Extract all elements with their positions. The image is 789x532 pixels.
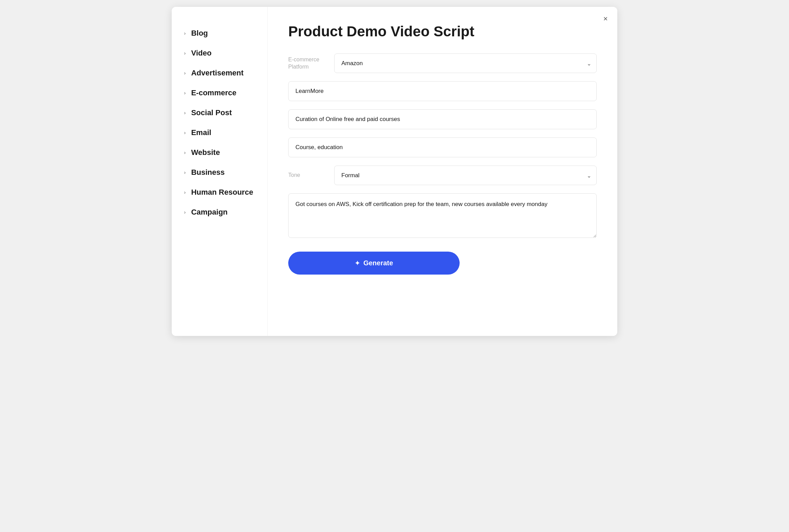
sidebar-item-label: Video [191, 49, 212, 58]
sidebar-item-blog[interactable]: ›Blog [172, 23, 267, 43]
modal-overlay: × ›Blog›Video›Advertisement›E-commerce›S… [0, 0, 789, 532]
sidebar-item-label: Advertisement [191, 69, 244, 77]
sidebar-item-business[interactable]: ›Business [172, 162, 267, 182]
chevron-right-icon: › [184, 70, 186, 76]
sidebar-item-human-resource[interactable]: ›Human Resource [172, 182, 267, 202]
sidebar-item-label: Website [191, 148, 220, 157]
close-button[interactable]: × [603, 15, 608, 23]
sidebar-item-campaign[interactable]: ›Campaign [172, 202, 267, 222]
additional-info-row [288, 193, 597, 238]
sidebar-item-label: Business [191, 168, 225, 177]
chevron-right-icon: › [184, 170, 186, 175]
sidebar-item-label: Human Resource [191, 188, 253, 197]
main-content: Product Demo Video Script E-commerce Pla… [268, 7, 617, 336]
product-description-input[interactable] [288, 109, 597, 129]
chevron-right-icon: › [184, 150, 186, 155]
generate-button-container: ✦ Generate [288, 246, 597, 275]
ecommerce-platform-label: E-commerce Platform [288, 56, 326, 71]
sparkle-icon: ✦ [355, 259, 360, 267]
additional-info-textarea[interactable] [288, 193, 597, 238]
page-title: Product Demo Video Script [288, 23, 597, 40]
tone-row: Tone FormalCasualFriendlyProfessionalPer… [288, 166, 597, 185]
modal: × ›Blog›Video›Advertisement›E-commerce›S… [172, 7, 617, 336]
sidebar-item-ecommerce[interactable]: ›E-commerce [172, 83, 267, 103]
tone-wrapper: FormalCasualFriendlyProfessionalPersuasi… [334, 166, 597, 185]
sidebar-item-advertisement[interactable]: ›Advertisement [172, 63, 267, 83]
generate-button[interactable]: ✦ Generate [288, 252, 460, 275]
keywords-input[interactable] [288, 137, 597, 157]
product-description-row [288, 109, 597, 129]
tone-label: Tone [288, 172, 326, 179]
sidebar-item-label: Email [191, 128, 211, 137]
generate-button-label: Generate [363, 259, 393, 267]
ecommerce-platform-wrapper: AmazonShopifyeBayEtsyWooCommerce ⌄ [334, 53, 597, 73]
chevron-right-icon: › [184, 130, 186, 135]
product-name-row [288, 81, 597, 101]
chevron-right-icon: › [184, 110, 186, 116]
chevron-right-icon: › [184, 50, 186, 56]
chevron-right-icon: › [184, 209, 186, 215]
sidebar-item-website[interactable]: ›Website [172, 143, 267, 162]
chevron-right-icon: › [184, 31, 186, 36]
product-name-input[interactable] [288, 81, 597, 101]
sidebar: ›Blog›Video›Advertisement›E-commerce›Soc… [172, 7, 268, 336]
ecommerce-platform-select[interactable]: AmazonShopifyeBayEtsyWooCommerce [334, 53, 597, 73]
tone-select[interactable]: FormalCasualFriendlyProfessionalPersuasi… [334, 166, 597, 185]
sidebar-item-label: Blog [191, 29, 208, 38]
chevron-right-icon: › [184, 90, 186, 96]
sidebar-item-label: Social Post [191, 108, 232, 117]
sidebar-item-email[interactable]: ›Email [172, 123, 267, 143]
sidebar-item-video[interactable]: ›Video [172, 43, 267, 63]
ecommerce-platform-row: E-commerce Platform AmazonShopifyeBayEts… [288, 53, 597, 73]
chevron-right-icon: › [184, 190, 186, 195]
sidebar-item-label: E-commerce [191, 88, 236, 97]
form-section: E-commerce Platform AmazonShopifyeBayEts… [288, 53, 597, 275]
sidebar-item-label: Campaign [191, 208, 228, 217]
sidebar-item-social-post[interactable]: ›Social Post [172, 103, 267, 123]
keywords-row [288, 137, 597, 157]
